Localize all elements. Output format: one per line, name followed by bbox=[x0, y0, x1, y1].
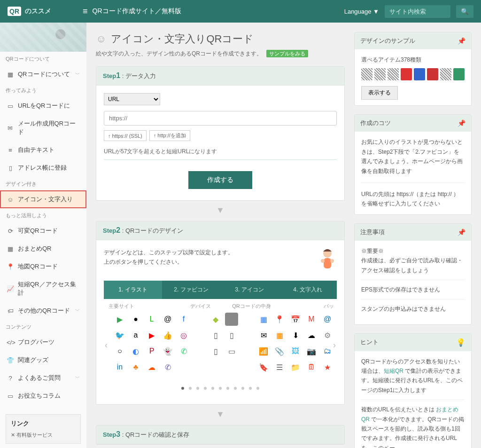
brand-icon[interactable]: ▦ bbox=[257, 313, 270, 326]
dot[interactable] bbox=[204, 387, 207, 390]
sidebar-item-batch[interactable]: ▦おまとめQR bbox=[0, 240, 86, 258]
qr-thumb[interactable] bbox=[388, 68, 399, 80]
sidebar-item-goods[interactable]: 👕関連グッズ bbox=[0, 351, 86, 369]
brand-icon[interactable]: 📁 bbox=[289, 361, 302, 374]
brand-icon[interactable]: ▯ bbox=[209, 345, 222, 358]
hamburger-icon[interactable]: ≡ bbox=[83, 7, 88, 16]
language-dropdown[interactable]: Language ▼ bbox=[344, 8, 379, 15]
sidebar-item-column[interactable]: ▭お役立ちコラム bbox=[0, 387, 86, 405]
carousel-prev[interactable]: ‹ bbox=[105, 340, 108, 350]
brand-icon[interactable]: ★ bbox=[321, 361, 334, 374]
brand-icon[interactable]: ▭ bbox=[225, 345, 238, 358]
sidebar-item-faq[interactable]: ?よくあるご質問﹀ bbox=[0, 369, 86, 387]
sidebar-item-icon[interactable]: ☺アイコン・文字入り bbox=[0, 190, 86, 208]
sidebar-item-variable[interactable]: ⟳可変QRコード bbox=[0, 222, 86, 240]
brand-icon[interactable]: ☁ bbox=[145, 361, 158, 374]
brand-icon[interactable]: @ bbox=[161, 313, 174, 326]
sidebar-item-blog[interactable]: </>ブログパーツ bbox=[0, 333, 86, 351]
pin-icon[interactable]: 📌 bbox=[458, 37, 465, 45]
dot[interactable] bbox=[189, 387, 192, 390]
link-short-qr[interactable]: 短縮QR bbox=[384, 368, 403, 374]
brand-icon[interactable]: 👻 bbox=[161, 345, 174, 358]
qr-thumb[interactable] bbox=[427, 68, 438, 80]
sidebar-item-other[interactable]: 🏷その他のQRコード﹀ bbox=[0, 302, 86, 320]
sidebar-item-mail[interactable]: ✉メール作成用QRコード bbox=[0, 115, 86, 141]
brand-icon[interactable] bbox=[225, 313, 238, 326]
sidebar-item-map[interactable]: 📍地図QRコード bbox=[0, 258, 86, 275]
brand-icon[interactable]: ▦ bbox=[273, 329, 286, 342]
brand-icon[interactable]: 🔖 bbox=[257, 361, 270, 374]
brand-icon[interactable]: 📷 bbox=[305, 345, 318, 358]
sidebar-item-short[interactable]: 📈短縮QR／アクセス集計 bbox=[0, 275, 86, 302]
sidebar-item-text[interactable]: ≡自由テキスト bbox=[0, 141, 86, 159]
sidebar-item-address[interactable]: ▯アドレス帳に登録 bbox=[0, 159, 86, 177]
sidebar-item-url[interactable]: ▭URLをQRコードに bbox=[0, 97, 86, 115]
qr-thumb[interactable] bbox=[401, 68, 412, 80]
brand-icon[interactable]: ☰ bbox=[273, 361, 286, 374]
brand-icon[interactable]: P bbox=[145, 345, 158, 358]
brand-icon[interactable]: 📶 bbox=[257, 345, 270, 358]
create-button[interactable]: 作成する bbox=[188, 171, 252, 189]
dot[interactable] bbox=[211, 387, 214, 390]
data-type-select[interactable]: URL bbox=[104, 93, 160, 105]
chip-https[interactable]: ↑ https:// (SSL) bbox=[104, 130, 147, 141]
linkbox-item[interactable]: ✕ 有料版サービス bbox=[11, 432, 76, 439]
url-input[interactable] bbox=[104, 111, 337, 126]
brand-icon[interactable]: ⬇ bbox=[289, 329, 302, 342]
pin-icon[interactable]: 📌 bbox=[458, 119, 465, 127]
brand-icon[interactable]: ⚙ bbox=[321, 329, 334, 342]
qr-thumb[interactable] bbox=[414, 68, 425, 80]
brand-icon[interactable]: ○ bbox=[113, 345, 126, 358]
brand-icon[interactable]: 📎 bbox=[273, 345, 286, 358]
dot[interactable] bbox=[196, 387, 199, 390]
brand-icon[interactable]: M bbox=[305, 313, 318, 326]
sample-button[interactable]: サンプルをみる bbox=[266, 50, 308, 57]
brand-icon[interactable]: ✉ bbox=[257, 329, 270, 342]
tab-icon[interactable]: 3. アイコン bbox=[220, 281, 279, 299]
sidebar-item-about[interactable]: ▦QRコードについて﹀ bbox=[0, 65, 86, 83]
brand-icon[interactable]: a bbox=[129, 329, 142, 342]
dot[interactable] bbox=[234, 387, 237, 390]
tab-illust[interactable]: 1. イラスト bbox=[104, 281, 162, 299]
brand-icon[interactable]: ✆ bbox=[161, 361, 174, 374]
brand-icon[interactable]: 🗓 bbox=[305, 361, 318, 374]
brand-icon[interactable]: 🗂 bbox=[321, 345, 334, 358]
brand-icon[interactable]: ▯ bbox=[209, 329, 222, 342]
brand-icon[interactable]: 👍 bbox=[161, 329, 174, 342]
dot[interactable] bbox=[219, 387, 222, 390]
qr-thumb[interactable] bbox=[374, 68, 386, 80]
brand-icon[interactable]: ▶ bbox=[145, 329, 158, 342]
brand-icon[interactable]: @ bbox=[321, 313, 334, 326]
brand-icon[interactable]: 🐦 bbox=[113, 329, 126, 342]
brand-icon[interactable]: ✆ bbox=[177, 345, 190, 358]
carousel-next[interactable]: › bbox=[333, 340, 336, 350]
search-input[interactable] bbox=[385, 5, 450, 18]
qr-thumb[interactable] bbox=[440, 68, 451, 80]
dot[interactable] bbox=[256, 387, 259, 390]
chip-http[interactable]: ↑ http://を追加 bbox=[149, 130, 190, 141]
brand-icon[interactable]: ☁ bbox=[305, 329, 318, 342]
qr-thumb[interactable] bbox=[453, 68, 465, 80]
brand-icon[interactable]: ◎ bbox=[177, 329, 190, 342]
tab-text[interactable]: 4. 文字入れ bbox=[279, 281, 337, 299]
search-button[interactable]: 🔍 bbox=[456, 5, 473, 18]
dot[interactable] bbox=[249, 387, 252, 390]
tab-favicon[interactable]: 2. ファビコン bbox=[162, 281, 220, 299]
dot[interactable] bbox=[241, 387, 244, 390]
brand-icon[interactable]: ◐ bbox=[129, 345, 142, 358]
pin-icon[interactable]: 📌 bbox=[458, 228, 465, 236]
brand-icon[interactable]: 🖼 bbox=[289, 345, 302, 358]
brand-icon[interactable]: in bbox=[113, 361, 126, 374]
brand-icon[interactable]: ♣ bbox=[129, 361, 142, 374]
brand-icon[interactable]: 📅 bbox=[289, 313, 302, 326]
brand-icon[interactable]: f bbox=[177, 313, 190, 326]
brand-icon[interactable]: 📍 bbox=[273, 313, 286, 326]
qr-thumb[interactable] bbox=[361, 68, 372, 80]
brand-icon[interactable]: ▶ bbox=[113, 313, 126, 326]
dot[interactable] bbox=[181, 387, 184, 390]
brand-icon[interactable]: ◆ bbox=[209, 313, 222, 326]
dot[interactable] bbox=[226, 387, 229, 390]
logo[interactable]: QR のススメ bbox=[8, 7, 83, 16]
brand-icon[interactable]: ● bbox=[129, 313, 142, 326]
brand-icon[interactable]: ▯ bbox=[225, 329, 238, 342]
